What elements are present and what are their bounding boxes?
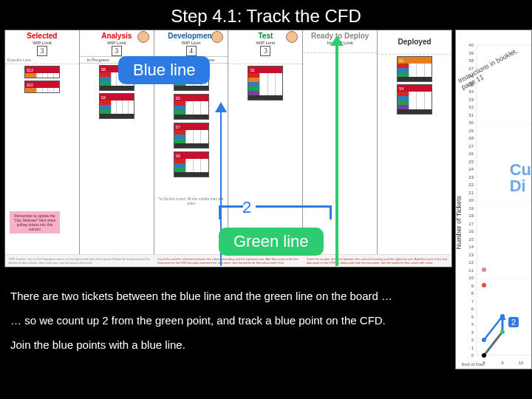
ticket: S1 [397, 56, 432, 82]
green-line-label: Green line [219, 228, 324, 256]
svg-text:0: 0 [471, 353, 474, 358]
svg-point-62 [500, 330, 505, 334]
svg-text:23: 23 [468, 175, 474, 180]
col-deployed: Deployed S1 S4 [378, 30, 451, 267]
svg-text:30: 30 [468, 120, 474, 125]
svg-text:37: 37 [468, 66, 474, 71]
svg-text:24: 24 [468, 167, 474, 171]
pink-note: Remember to update the "Day Selected" fi… [10, 211, 60, 233]
board-footer: CFD Tracker: start at the Deployed colum… [5, 254, 451, 267]
svg-text:9: 9 [471, 284, 474, 288]
svg-text:14: 14 [468, 245, 474, 249]
svg-text:2: 2 [511, 318, 516, 327]
svg-text:9: 9 [501, 361, 504, 365]
svg-point-59 [482, 338, 486, 342]
explain-line: Join the blue points with a blue line. [10, 337, 436, 352]
svg-text:18: 18 [468, 214, 474, 218]
explain-line: … so we count up 2 from the green point,… [10, 313, 436, 328]
explain-line: There are two tickets between the blue l… [10, 288, 436, 304]
svg-text:8: 8 [471, 291, 474, 296]
cfd-panel: Instructions in booklet, page 11 CuDi Nu… [455, 30, 532, 369]
ticket: S13 [24, 66, 60, 78]
blue-line-label: Blue line [118, 56, 210, 84]
svg-text:38: 38 [468, 58, 474, 63]
page-title: Step 4.1: Track the CFD [0, 6, 532, 27]
svg-text:10: 10 [519, 361, 524, 365]
svg-text:3: 3 [471, 330, 474, 335]
svg-text:32: 32 [468, 105, 474, 109]
svg-text:34: 34 [468, 89, 474, 94]
svg-text:35: 35 [468, 82, 474, 86]
svg-text:27: 27 [468, 144, 474, 149]
col-title: Selected [5, 30, 79, 41]
svg-text:12: 12 [468, 260, 474, 265]
col-selected: Selected WIP Limit3 Expedite Lane S13 S1… [5, 30, 80, 267]
svg-text:6: 6 [471, 307, 474, 311]
bracket-icon [219, 205, 243, 219]
svg-point-60 [482, 283, 486, 287]
svg-text:19: 19 [468, 206, 474, 211]
ticket: S3 [99, 93, 134, 119]
svg-point-58 [482, 353, 486, 358]
avatar-icon [137, 31, 149, 43]
svg-text:7: 7 [471, 299, 474, 304]
explanation: There are two tickets between the blue l… [10, 288, 436, 361]
svg-point-61 [482, 267, 486, 272]
wip-value: 3 [37, 46, 47, 56]
svg-text:16: 16 [468, 229, 474, 233]
flip-hint: To flip this board, lift the middle then… [156, 197, 227, 205]
svg-text:36: 36 [468, 74, 474, 78]
ticket: S2 [248, 66, 283, 100]
svg-text:22: 22 [468, 183, 474, 187]
svg-text:13: 13 [468, 253, 474, 257]
bracket-icon [256, 205, 332, 219]
svg-text:26: 26 [468, 151, 474, 156]
svg-text:10: 10 [468, 276, 474, 280]
svg-text:28: 28 [468, 136, 474, 140]
svg-text:31: 31 [468, 113, 474, 117]
svg-text:29: 29 [468, 129, 474, 133]
ticket: S5 [174, 94, 209, 120]
svg-text:17: 17 [468, 222, 474, 226]
svg-text:4: 4 [471, 322, 474, 327]
svg-text:2: 2 [471, 338, 474, 342]
svg-text:33: 33 [468, 98, 474, 102]
svg-text:40: 40 [468, 43, 474, 47]
svg-text:39: 39 [468, 51, 474, 55]
ticket: S10 [24, 81, 60, 93]
cfd-xlabel: End of Day: [462, 362, 485, 366]
count-badge: 2 [242, 198, 251, 217]
ticket: S4 [397, 84, 432, 115]
ticket: S9 [174, 151, 209, 177]
svg-text:20: 20 [468, 198, 474, 202]
svg-text:21: 21 [468, 191, 474, 195]
svg-text:15: 15 [468, 237, 474, 242]
svg-point-63 [500, 314, 505, 318]
cfd-chart: 01234 56789 1011121314 1516171819 202122… [456, 30, 531, 369]
svg-text:11: 11 [468, 268, 474, 273]
ticket: S7 [174, 123, 209, 149]
svg-text:1: 1 [471, 346, 474, 350]
expedite-lane: Expedite Lane [5, 56, 79, 64]
svg-text:25: 25 [468, 160, 474, 164]
svg-text:5: 5 [471, 315, 474, 319]
